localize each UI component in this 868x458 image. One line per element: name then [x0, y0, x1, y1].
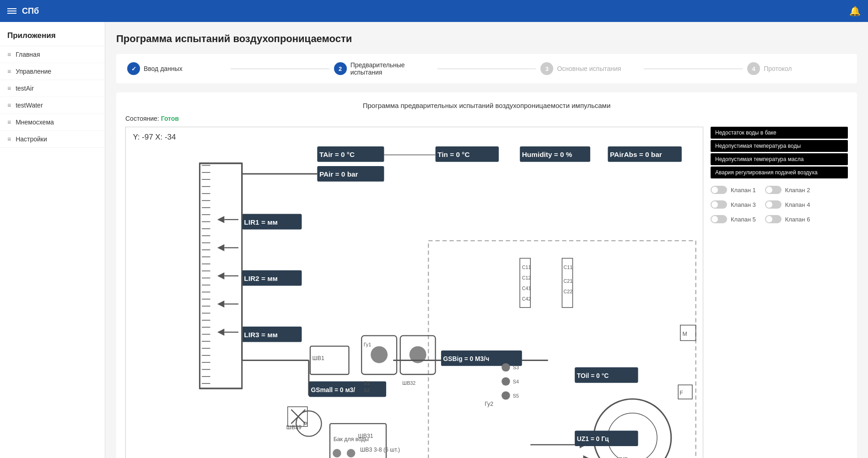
- step-circle-4: 4: [747, 62, 760, 75]
- valve-row-5-6: Клапан 5 Клапан 6: [711, 215, 848, 223]
- svg-rect-0: [126, 128, 703, 458]
- svg-point-72: [371, 346, 388, 363]
- step-label-1: Ввод данных: [144, 65, 183, 72]
- svg-point-85: [333, 449, 341, 457]
- step-3: 3 Основные испытания: [540, 62, 639, 75]
- valve-toggle-4[interactable]: [765, 200, 782, 209]
- list-icon-6: ≡: [7, 135, 11, 143]
- step-label-4: Протокол: [764, 65, 792, 72]
- svg-point-86: [347, 449, 355, 457]
- sidebar-header: Приложения: [0, 22, 105, 46]
- sidebar-item-testwater[interactable]: ≡ testWater: [0, 97, 105, 114]
- list-icon-3: ≡: [7, 85, 11, 92]
- svg-text:Tin = 0 °C: Tin = 0 °C: [437, 151, 469, 158]
- svg-text:C11: C11: [522, 264, 531, 270]
- svg-text:PAirAbs = 0 bar: PAirAbs = 0 bar: [610, 151, 662, 158]
- app-title: СПб: [22, 6, 39, 16]
- diagram-container: Y: -97 X: -34: [125, 127, 703, 458]
- sidebar-item-upravlenie[interactable]: ≡ Управление: [0, 63, 105, 80]
- svg-text:GSBig = 0 М3/ч: GSBig = 0 М3/ч: [443, 355, 490, 362]
- step-label-3: Основные испытания: [557, 65, 621, 72]
- topbar: СПб 🔔: [0, 0, 868, 22]
- svg-text:GSmall = 0 м3/: GSmall = 0 м3/: [311, 386, 355, 393]
- step-1: ✓ Ввод данных: [127, 62, 226, 75]
- step-circle-2: 2: [334, 62, 347, 75]
- svg-text:TOil = 0 °C: TOil = 0 °C: [577, 372, 609, 379]
- svg-text:LIR3 = мм: LIR3 = мм: [244, 331, 278, 339]
- svg-text:UZ1 = 0 Гц: UZ1 = 0 Гц: [577, 435, 609, 442]
- valve-row-1-2: Клапан 1 Клапан 2: [711, 186, 848, 194]
- step-circle-1: ✓: [127, 62, 140, 75]
- error-box-0: Недостаток воды в баке: [711, 127, 848, 139]
- svg-text:ШВ32: ШВ32: [402, 380, 415, 386]
- valve-row-3-4: Клапан 3 Клапан 4: [711, 200, 848, 209]
- valve-label-1: Клапан 1: [731, 187, 756, 194]
- hamburger-menu[interactable]: [7, 8, 16, 14]
- valve-label-4: Клапан 4: [785, 201, 810, 208]
- svg-point-111: [501, 391, 510, 399]
- valve-label-6: Клапан 6: [785, 216, 810, 223]
- svg-text:S4: S4: [513, 379, 519, 384]
- error-box-2: Недопустимая температура масла: [711, 153, 848, 165]
- valve-toggle-2[interactable]: [765, 186, 782, 194]
- sidebar-item-nastroyki[interactable]: ≡ Настройки: [0, 131, 105, 148]
- error-box-1: Недопустимая температура воды: [711, 140, 848, 152]
- svg-text:C21: C21: [564, 278, 573, 284]
- valve-item-3: Клапан 3: [711, 200, 756, 209]
- valve-toggle-1[interactable]: [711, 186, 727, 194]
- svg-text:C41: C41: [522, 286, 531, 291]
- svg-text:Гу2: Гу2: [485, 401, 493, 407]
- list-icon-4: ≡: [7, 102, 11, 109]
- step-circle-3: 3: [540, 62, 553, 75]
- valve-item-2: Клапан 2: [765, 186, 810, 194]
- status-line: Состояние: Готов: [125, 115, 848, 122]
- status-label: Состояние:: [125, 115, 159, 122]
- valve-label-5: Клапан 5: [731, 216, 756, 223]
- right-panel: Недостаток воды в баке Недопустимая темп…: [711, 127, 848, 458]
- page-title: Программа испытаний воздухопроницаемости: [116, 33, 857, 45]
- svg-text:S2: S2: [364, 388, 370, 393]
- valve-item-1: Клапан 1: [711, 186, 756, 194]
- svg-point-110: [501, 377, 510, 385]
- svg-text:S1: S1: [364, 380, 370, 386]
- list-icon-2: ≡: [7, 68, 11, 75]
- valve-toggle-3[interactable]: [711, 200, 727, 209]
- status-value: Готов: [161, 115, 179, 122]
- svg-text:F/R: F/R: [618, 456, 628, 458]
- coords-label: Y: -97 X: -34: [133, 133, 176, 141]
- svg-text:S3: S3: [513, 365, 519, 370]
- valve-toggle-5[interactable]: [711, 215, 727, 223]
- svg-text:C11: C11: [564, 264, 573, 270]
- step-4: 4 Протокол: [747, 62, 846, 75]
- step-divider-1: [231, 69, 329, 69]
- sidebar-item-mnemo[interactable]: ≡ Мнемосхема: [0, 114, 105, 131]
- sidebar-item-testair[interactable]: ≡ testAir: [0, 80, 105, 97]
- svg-text:F: F: [679, 390, 683, 396]
- svg-text:ШВ31: ШВ31: [358, 433, 373, 439]
- sidebar: Приложения ≡ Главная ≡ Управление ≡ test…: [0, 22, 105, 458]
- svg-text:Гу1: Гу1: [364, 342, 371, 347]
- svg-text:PAir = 0 bar: PAir = 0 bar: [319, 170, 358, 178]
- error-box-3: Авария регулирования подачей воздуха: [711, 167, 848, 178]
- svg-text:C42: C42: [522, 296, 531, 302]
- sidebar-item-glavnaya[interactable]: ≡ Главная: [0, 46, 105, 63]
- svg-text:C22: C22: [564, 289, 573, 294]
- list-icon-5: ≡: [7, 119, 11, 126]
- svg-text:C12: C12: [522, 275, 531, 280]
- svg-text:ШВ1: ШВ1: [313, 355, 324, 361]
- valve-item-6: Клапан 6: [765, 215, 810, 223]
- svg-point-109: [501, 363, 510, 372]
- diagram-area: Y: -97 X: -34: [125, 127, 848, 458]
- stepper: ✓ Ввод данных 2 Предварительные испытани…: [116, 54, 857, 83]
- panel-title: Программа предварительных испытаний возд…: [125, 102, 848, 109]
- step-divider-2: [437, 69, 536, 69]
- bell-icon[interactable]: 🔔: [849, 5, 861, 16]
- svg-text:ШВ39: ШВ39: [286, 424, 302, 431]
- step-divider-3: [644, 69, 743, 69]
- step-label-2: Предварительные испытания: [350, 61, 433, 76]
- valve-toggle-6[interactable]: [765, 215, 782, 223]
- svg-text:LIR2 = мм: LIR2 = мм: [244, 275, 278, 282]
- valve-label-3: Клапан 3: [731, 201, 756, 208]
- svg-text:LIR1 = мм: LIR1 = мм: [244, 218, 278, 226]
- svg-text:S5: S5: [513, 393, 519, 399]
